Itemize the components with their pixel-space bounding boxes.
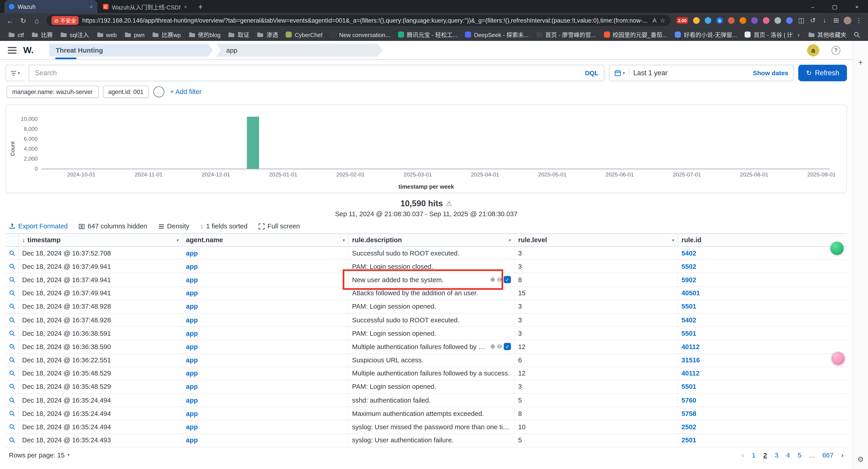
menu-hamburger-icon[interactable] [8, 47, 17, 53]
inspect-document-button[interactable] [5, 367, 19, 380]
new-tab-button[interactable]: + [198, 2, 203, 11]
floating-assistant-pink[interactable] [831, 352, 845, 365]
column-menu-caret-icon[interactable]: ▾ [343, 237, 345, 242]
bookmark-item[interactable]: DeepSeek - 探索未... [461, 29, 532, 40]
query-language-button[interactable]: DQL [585, 70, 598, 76]
back-icon[interactable]: ← [3, 16, 17, 25]
extension-violet-icon[interactable] [751, 17, 758, 24]
bookmark-item[interactable]: 首页 - 洛谷 | 计算机... [741, 29, 793, 40]
filter-pill-agent-id[interactable]: agent.id: 001 [103, 86, 149, 98]
calendar-button[interactable]: ▾ [614, 70, 625, 76]
column-menu-caret-icon[interactable]: ▾ [177, 237, 179, 242]
extension-ocean-icon[interactable] [705, 17, 711, 24]
window-minimize-button[interactable]: – [802, 0, 824, 13]
search-input[interactable]: Search DQL [29, 65, 604, 81]
inspect-document-button[interactable] [5, 313, 19, 327]
pagination-prev-icon[interactable]: ‹ [742, 451, 744, 459]
bookmark-item[interactable]: 首页 - 廖雪峰的官... [532, 29, 600, 40]
pagination-page-last[interactable]: 667 [822, 451, 833, 459]
rule-id-link[interactable]: 5402 [682, 316, 696, 324]
agent-name-link[interactable]: app [186, 436, 198, 444]
pagination-page-1[interactable]: 1 [752, 451, 755, 459]
inspect-document-button[interactable] [5, 287, 19, 300]
other-bookmarks-folder[interactable]: 其他收藏夹 [804, 29, 850, 40]
inspect-document-button[interactable] [5, 327, 19, 340]
inspect-document-button[interactable] [5, 407, 19, 420]
table-header-cell-rule-id[interactable]: rule.id [678, 234, 847, 246]
agent-name-link[interactable]: app [186, 343, 198, 350]
translate-icon[interactable]: A [653, 17, 657, 24]
rule-id-link[interactable]: 5402 [682, 249, 696, 257]
pagination-page-4[interactable]: 4 [786, 451, 790, 459]
rule-id-link[interactable]: 5758 [682, 410, 696, 417]
rule-id-link[interactable]: 5501 [682, 383, 696, 391]
pagination-page-2[interactable]: 2 [763, 451, 767, 459]
bookmark-item[interactable]: 比赛 [28, 29, 57, 40]
tab-close-icon[interactable]: × [90, 4, 93, 10]
inspect-document-button[interactable] [5, 434, 19, 447]
extension-pink-square-icon[interactable] [763, 17, 770, 24]
agent-name-link[interactable]: app [186, 410, 198, 417]
toggle-column-button[interactable]: ✓ [504, 343, 511, 350]
bookmark-star-icon[interactable]: ☆ [660, 17, 665, 24]
rule-id-link[interactable]: 31516 [682, 356, 700, 364]
side-panel-add-icon[interactable]: + [858, 58, 863, 67]
window-close-button[interactable]: × [846, 0, 868, 13]
inspect-document-button[interactable] [5, 354, 19, 367]
filter-for-value-icon[interactable]: ⊕ [490, 343, 495, 350]
column-menu-caret-icon[interactable]: ▾ [672, 237, 674, 242]
bookmark-item[interactable]: 好看的小说-无弹窗... [671, 29, 741, 40]
export-formatted-button[interactable]: Export Formated [9, 222, 68, 230]
search-panel-icon[interactable] [850, 31, 864, 38]
home-icon[interactable]: ⌂ [30, 16, 43, 25]
bookmark-item[interactable]: CyberChef [282, 29, 326, 40]
agent-name-link[interactable]: app [186, 303, 198, 310]
date-picker[interactable]: ▾ Last 1 year Show dates [609, 65, 794, 81]
filter-for-value-icon[interactable]: ⊕ [490, 276, 495, 283]
columns-hidden-button[interactable]: 647 columns hidden [79, 222, 147, 230]
inspect-document-button[interactable] [5, 380, 19, 393]
downloads-icon[interactable]: ↓ [819, 16, 830, 24]
agent-name-link[interactable]: app [186, 249, 198, 257]
inspect-document-button[interactable] [5, 394, 19, 407]
browser-menu-icon[interactable]: ⋮ [853, 16, 865, 24]
show-dates-button[interactable]: Show dates [753, 70, 788, 76]
bookmark-item[interactable]: 渗透 [253, 29, 282, 40]
rule-id-link[interactable]: 5502 [682, 263, 696, 270]
extension-red-panel-icon[interactable] [728, 17, 735, 24]
extension-notebook-icon[interactable] [786, 17, 793, 24]
inspect-document-button[interactable] [5, 260, 19, 273]
rule-id-link[interactable]: 5902 [682, 276, 696, 284]
bookmark-item[interactable]: 比赛wp [148, 29, 184, 40]
rows-per-page-button[interactable]: Rows per page: 15 ▾ [9, 451, 70, 459]
table-header-cell-rule-description[interactable]: rule.description▾ [349, 234, 515, 246]
pagination-page-3[interactable]: 3 [775, 451, 778, 459]
time-range-label[interactable]: Last 1 year [633, 69, 749, 77]
column-menu-caret-icon[interactable]: ▾ [509, 237, 511, 242]
pagination-next-icon[interactable]: › [841, 451, 844, 459]
extension-lens-icon[interactable] [693, 17, 700, 24]
add-filter-button[interactable]: + Add filter [170, 88, 202, 96]
agent-name-link[interactable]: app [186, 290, 198, 297]
pagination-page-5[interactable]: 5 [798, 451, 801, 459]
density-button[interactable]: Density [158, 222, 189, 230]
table-header-cell-rule-level[interactable]: rule.level▾ [515, 234, 678, 246]
settings-gear-icon[interactable]: ⚙ [857, 455, 864, 464]
agent-name-link[interactable]: app [186, 356, 198, 364]
agent-name-link[interactable]: app [186, 329, 198, 337]
reload-icon[interactable]: ↻ [17, 16, 30, 25]
rule-id-link[interactable]: 2502 [682, 423, 696, 431]
rule-id-link[interactable]: 5760 [682, 396, 696, 404]
bookmark-item[interactable]: New conversation... [327, 29, 394, 40]
inspect-document-button[interactable] [5, 300, 19, 313]
saved-queries-button[interactable]: ▾ [5, 65, 24, 81]
bookmark-item[interactable]: sql注入 [57, 29, 93, 40]
filter-pill-manager-name[interactable]: manager.name: wazuh-server [6, 86, 98, 98]
chart-plot-area[interactable]: 02,0004,0006,0008,00010,0002024-10-01202… [41, 116, 830, 169]
inspect-document-button[interactable] [5, 421, 19, 434]
full-screen-button[interactable]: Full screen [258, 222, 300, 230]
tab-wazuh[interactable]: Wazuh × [4, 0, 97, 13]
security-chip[interactable]: ⊘ 不安全 [52, 16, 79, 25]
agent-name-link[interactable]: app [186, 276, 198, 284]
bookmark-item[interactable]: 佬的blog [185, 29, 224, 40]
